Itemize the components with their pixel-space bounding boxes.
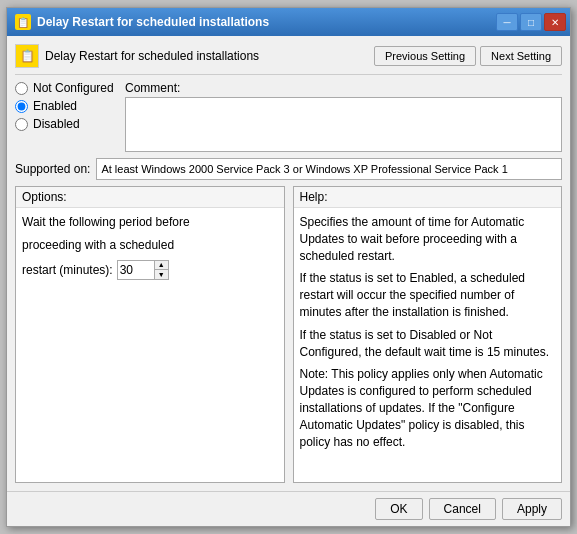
restart-minutes-input[interactable]: [118, 261, 154, 279]
not-configured-radio[interactable]: [15, 82, 28, 95]
options-panel: Options: Wait the following period befor…: [15, 186, 285, 483]
minimize-button[interactable]: ─: [496, 13, 518, 31]
options-content: Wait the following period before proceed…: [16, 208, 284, 286]
enabled-label: Enabled: [33, 99, 77, 113]
supported-value-text: At least Windows 2000 Service Pack 3 or …: [101, 163, 507, 175]
help-paragraph-2: If the status is set to Enabled, a sched…: [300, 270, 556, 320]
window-title: Delay Restart for scheduled installation…: [37, 15, 269, 29]
main-window: 📋 Delay Restart for scheduled installati…: [6, 7, 571, 527]
radio-group: Not Configured Enabled Disabled: [15, 81, 115, 152]
ok-button[interactable]: OK: [375, 498, 422, 520]
window-icon: 📋: [15, 14, 31, 30]
previous-setting-button[interactable]: Previous Setting: [374, 46, 476, 66]
spin-down-button[interactable]: ▼: [155, 270, 168, 279]
help-paragraph-1: Specifies the amount of time for Automat…: [300, 214, 556, 264]
supported-value: At least Windows 2000 Service Pack 3 or …: [96, 158, 562, 180]
policy-title: Delay Restart for scheduled installation…: [45, 49, 259, 63]
top-header: 📋 Delay Restart for scheduled installati…: [15, 44, 562, 75]
footer-row: OK Cancel Apply: [7, 491, 570, 526]
options-panel-header: Options:: [16, 187, 284, 208]
cancel-button[interactable]: Cancel: [429, 498, 496, 520]
help-panel-body: Specifies the amount of time for Automat…: [294, 208, 562, 482]
spin-buttons: ▲ ▼: [154, 261, 168, 279]
options-text-line1: Wait the following period before: [22, 214, 278, 231]
title-bar-left: 📋 Delay Restart for scheduled installati…: [15, 14, 269, 30]
close-button[interactable]: ✕: [544, 13, 566, 31]
not-configured-option[interactable]: Not Configured: [15, 81, 115, 95]
disabled-option[interactable]: Disabled: [15, 117, 115, 131]
next-setting-button[interactable]: Next Setting: [480, 46, 562, 66]
enabled-option[interactable]: Enabled: [15, 99, 115, 113]
disabled-label: Disabled: [33, 117, 80, 131]
not-configured-label: Not Configured: [33, 81, 114, 95]
config-row: Not Configured Enabled Disabled Comment:: [15, 81, 562, 152]
help-panel: Help: Specifies the amount of time for A…: [293, 186, 563, 483]
policy-title-row: 📋 Delay Restart for scheduled installati…: [15, 44, 259, 68]
supported-row: Supported on: At least Windows 2000 Serv…: [15, 158, 562, 180]
title-buttons: ─ □ ✕: [496, 13, 566, 31]
maximize-button[interactable]: □: [520, 13, 542, 31]
comment-label: Comment:: [125, 81, 562, 95]
restart-label: restart (minutes):: [22, 263, 113, 277]
main-panels: Options: Wait the following period befor…: [15, 186, 562, 483]
supported-on-label: Supported on:: [15, 162, 90, 176]
spin-up-button[interactable]: ▲: [155, 261, 168, 271]
title-bar: 📋 Delay Restart for scheduled installati…: [7, 8, 570, 36]
help-paragraph-3: If the status is set to Disabled or Not …: [300, 327, 556, 361]
options-text-line2: proceeding with a scheduled: [22, 237, 278, 254]
policy-icon: 📋: [15, 44, 39, 68]
enabled-radio[interactable]: [15, 100, 28, 113]
disabled-radio[interactable]: [15, 118, 28, 131]
nav-buttons: Previous Setting Next Setting: [374, 46, 562, 66]
comment-section: Comment:: [125, 81, 562, 152]
apply-button[interactable]: Apply: [502, 498, 562, 520]
restart-row: restart (minutes): ▲ ▼: [22, 260, 278, 280]
help-paragraph-4: Note: This policy applies only when Auto…: [300, 366, 556, 450]
restart-spinbox[interactable]: ▲ ▼: [117, 260, 169, 280]
help-panel-header: Help:: [294, 187, 562, 208]
comment-textarea[interactable]: [125, 97, 562, 152]
content-area: 📋 Delay Restart for scheduled installati…: [7, 36, 570, 491]
